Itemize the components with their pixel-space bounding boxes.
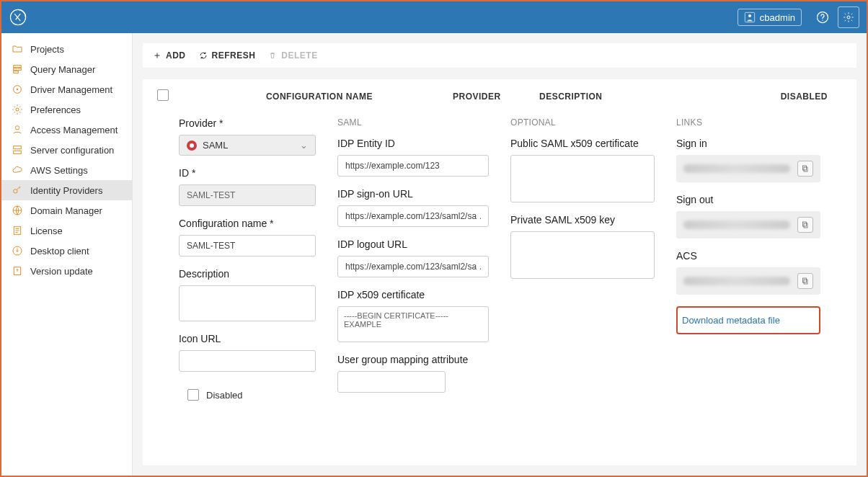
sidebar-item-label: Preferences: [30, 104, 81, 115]
idp-entity-label: IDP Entity ID: [337, 138, 489, 149]
svg-point-4: [822, 20, 823, 21]
idp-cert-field[interactable]: -----BEGIN CERTIFICATE----- EXAMPLE: [337, 306, 489, 342]
sidebar-item-label: AWS Settings: [30, 165, 88, 176]
description-label: Description: [179, 268, 316, 280]
signout-link-box: [676, 211, 820, 239]
user-icon: [744, 12, 756, 23]
svg-rect-24: [804, 280, 807, 284]
sidebar-item-aws-settings[interactable]: AWS Settings: [1, 160, 132, 180]
license-icon: [12, 225, 23, 236]
sidebar-item-label: License: [30, 226, 63, 236]
provider-select[interactable]: SAML ⌄: [179, 135, 316, 156]
copy-icon: [801, 220, 810, 229]
download-metadata-link[interactable]: Download metadata file: [681, 309, 781, 331]
sidebar: Projects Query Manager Driver Management…: [1, 33, 133, 476]
acs-label: ACS: [676, 250, 820, 262]
user-group-field[interactable]: [337, 371, 446, 393]
sidebar-item-label: Projects: [30, 44, 64, 55]
help-button[interactable]: [812, 6, 833, 28]
svg-rect-25: [803, 278, 807, 282]
sidebar-item-license[interactable]: License: [1, 220, 132, 241]
add-button[interactable]: ADD: [153, 50, 186, 61]
disabled-checkbox[interactable]: [187, 389, 199, 401]
disabled-label: Disabled: [206, 390, 243, 401]
idp-logout-label: IDP logout URL: [337, 239, 489, 250]
public-cert-label: Public SAML x509 certificate: [510, 138, 655, 149]
svg-point-5: [847, 16, 850, 19]
user-group-label: User group mapping attribute: [337, 354, 489, 365]
sidebar-item-label: Server configuration: [30, 145, 114, 156]
refresh-button[interactable]: REFRESH: [199, 50, 256, 61]
main-content: ADD REFRESH DELETE CONFIGURATION NAME PR…: [133, 33, 867, 476]
refresh-icon: [199, 51, 208, 60]
svg-point-12: [15, 126, 19, 130]
query-icon: [12, 63, 23, 75]
sidebar-item-access-management[interactable]: Access Management: [1, 120, 132, 140]
config-name-label: Configuration name *: [179, 218, 316, 229]
sidebar-item-version-update[interactable]: Version update: [1, 261, 132, 281]
idp-signon-field[interactable]: [337, 205, 489, 227]
gear-icon: [843, 12, 854, 23]
copy-acs-button[interactable]: [797, 273, 813, 289]
links-section-header: LINKS: [676, 117, 820, 128]
sidebar-item-label: Version update: [30, 266, 93, 277]
sidebar-item-preferences[interactable]: Preferences: [1, 99, 132, 120]
svg-rect-14: [14, 151, 22, 153]
private-key-label: Private SAML x509 key: [510, 214, 655, 226]
sidebar-item-domain-manager[interactable]: Domain Manager: [1, 200, 132, 220]
svg-rect-8: [14, 71, 19, 73]
id-field[interactable]: [179, 184, 316, 206]
signin-url-blurred: [683, 164, 790, 173]
svg-rect-20: [804, 167, 807, 171]
copy-signin-button[interactable]: [797, 161, 813, 177]
description-field[interactable]: [179, 285, 316, 321]
sidebar-item-driver-management[interactable]: Driver Management: [1, 79, 132, 99]
sidebar-item-projects[interactable]: Projects: [1, 39, 132, 59]
config-name-field[interactable]: [179, 235, 316, 257]
preferences-icon: [12, 104, 23, 115]
provider-label: Provider *: [179, 117, 316, 129]
public-cert-field[interactable]: [510, 155, 655, 202]
saml-provider-icon: [187, 141, 197, 151]
signout-label: Sign out: [676, 194, 820, 205]
svg-rect-7: [14, 68, 22, 71]
signout-url-blurred: [683, 220, 790, 229]
key-icon: [12, 184, 23, 196]
svg-rect-23: [803, 222, 807, 226]
saml-section-header: SAML: [337, 117, 489, 128]
icon-url-label: Icon URL: [179, 333, 316, 344]
app-logo[interactable]: [9, 8, 27, 27]
idp-logout-field[interactable]: [337, 256, 489, 277]
svg-rect-13: [14, 146, 22, 149]
copy-icon: [801, 164, 810, 173]
icon-url-field[interactable]: [179, 350, 316, 372]
copy-icon: [801, 277, 810, 285]
download-icon: [12, 245, 23, 257]
copy-signout-button[interactable]: [797, 217, 813, 233]
delete-button[interactable]: DELETE: [268, 50, 317, 61]
svg-rect-6: [14, 66, 22, 68]
globe-icon: [12, 205, 23, 216]
sidebar-item-desktop-client[interactable]: Desktop client: [1, 241, 132, 261]
sidebar-item-query-manager[interactable]: Query Manager: [1, 59, 132, 79]
cloud-icon: [12, 164, 23, 176]
select-all-checkbox[interactable]: [157, 89, 169, 101]
sidebar-item-server-configuration[interactable]: Server configuration: [1, 140, 132, 160]
signin-label: Sign in: [676, 138, 820, 149]
idp-entity-field[interactable]: [337, 155, 489, 177]
user-icon: [12, 124, 23, 135]
user-chip[interactable]: cbadmin: [738, 9, 802, 26]
acs-link-box: [676, 267, 820, 295]
settings-button[interactable]: [838, 6, 859, 28]
plus-icon: [153, 51, 161, 60]
sidebar-item-label: Domain Manager: [30, 205, 102, 216]
private-key-field[interactable]: [510, 231, 655, 279]
update-icon: [12, 265, 23, 277]
sidebar-item-label: Identity Providers: [30, 185, 102, 196]
sidebar-item-identity-providers[interactable]: Identity Providers: [1, 180, 132, 200]
col-config-name: CONFIGURATION NAME: [186, 92, 453, 102]
svg-point-2: [748, 14, 751, 17]
download-metadata-highlight: Download metadata file: [676, 306, 820, 334]
signin-link-box: [676, 155, 820, 182]
driver-icon: [12, 84, 23, 95]
